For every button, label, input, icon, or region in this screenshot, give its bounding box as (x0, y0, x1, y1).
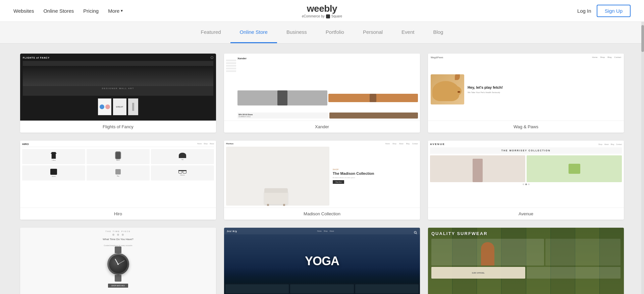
template-card-xander[interactable]: Xander 50% Off All Shoes SUMMER SALE (224, 54, 420, 133)
t5-collection-label: Shop (333, 168, 417, 170)
t9-product-2 (545, 239, 621, 266)
template-card-madison[interactable]: Floritus Home Shop About Blog Contact (224, 141, 420, 220)
scrollbar[interactable] (641, 22, 644, 294)
signup-button[interactable]: Sign Up (597, 5, 631, 17)
template-name-wag-paws: Wag & Paws (428, 121, 624, 133)
t4-bag-icon (115, 169, 121, 174)
template-name-hiro: Hiro (20, 208, 216, 220)
t9-headline: QUALITY SURFWEAR (431, 231, 621, 236)
templates-area: FLIGHTS of FANCY DESIGNER WALL ART (0, 44, 644, 294)
t5-title: The Madison Collection (333, 171, 417, 176)
t1-dot-blue (100, 104, 104, 109)
t6-products (430, 155, 622, 182)
t5-sofa-leg-right (283, 204, 285, 206)
tab-event[interactable]: Event (392, 22, 424, 43)
t2-sidebar-item (226, 65, 236, 67)
template-preview-flights-fancy: FLIGHTS of FANCY DESIGNER WALL ART (20, 54, 216, 121)
template-card-yoga[interactable]: Jes'Aly Home Shop About (224, 228, 420, 294)
t8-yoga-container: YOGA (305, 256, 339, 267)
t2-bag-shape (370, 94, 376, 102)
t7-band-top (115, 246, 121, 253)
t8-nav: Jes'Aly Home Shop About (224, 228, 420, 234)
t2-sidebar (226, 56, 236, 119)
t9-person-silhouette (481, 242, 494, 266)
t4-product-watch: Watch (87, 149, 150, 164)
t2-sidebar-item (226, 62, 236, 64)
t4-watch-label: Watch (116, 159, 120, 161)
template-card-flights-fancy[interactable]: FLIGHTS of FANCY DESIGNER WALL ART (20, 54, 216, 133)
t4-nav: HIRO Home Shop About (22, 143, 214, 147)
template-preview-surf: QUALITY SURFWEAR SURF APPAREL (428, 228, 624, 294)
template-card-surf[interactable]: QUALITY SURFWEAR SURF APPAREL (428, 228, 624, 294)
t3-nav-link3: Blog (607, 56, 611, 59)
t4-jacket-label: Jacket (52, 175, 56, 177)
template-card-avenue[interactable]: AVENUE Shop About Blog Contact THE MORRI… (428, 141, 624, 220)
t2-sale-sub: SUMMER SALE (238, 116, 327, 118)
main-nav: Websites Online Stores Pricing More (13, 8, 123, 14)
logo-text: weebly (302, 3, 342, 14)
t4-product-sunglasses: Glasses (151, 165, 214, 180)
login-link[interactable]: Log In (577, 8, 591, 14)
t3-nav-link2: Shop (600, 56, 605, 59)
t5-logo: Floritus (226, 143, 233, 145)
t3-dog-image (431, 74, 464, 104)
svg-point-0 (414, 231, 416, 233)
t4-sunglasses-icon (178, 170, 186, 173)
t2-main: Xander 50% Off All Shoes SUMMER SALE (237, 56, 418, 119)
t3-sub: We Take Your Pet's Health Seriously (468, 91, 621, 93)
t9-product-label: SURF APPAREL (472, 272, 485, 274)
t5-sofa-shape (264, 191, 288, 204)
nav-more[interactable]: More (108, 8, 123, 14)
t6-nav-link4: Contact (616, 143, 622, 145)
tab-personal[interactable]: Personal (354, 22, 392, 43)
t9-product-4 (527, 267, 621, 279)
t8-product-1 (225, 284, 289, 293)
t6-nav-link3: Blog (611, 143, 614, 145)
tab-blog[interactable]: Blog (424, 22, 452, 43)
t6-bag-shape (569, 164, 580, 174)
t7-cta-button[interactable]: SHOP WATCHES (108, 284, 128, 288)
template-preview-wag-paws: Wag&Paws Home Shop Blog Contact (428, 54, 624, 121)
t7-tagline: What Time Do You Have? (103, 238, 133, 241)
templates-grid: FLIGHTS of FANCY DESIGNER WALL ART (20, 54, 624, 294)
t1-products: GREAT (23, 96, 213, 118)
t5-nav-about: About (399, 143, 404, 145)
t4-product-tshirt: T-Shirt (22, 149, 85, 164)
tab-portfolio[interactable]: Portfolio (316, 22, 354, 43)
t3-dog-ear (455, 74, 460, 80)
tab-business[interactable]: Business (277, 22, 316, 43)
t6-collection-name: THE MORRISEY COLLECTION (432, 149, 620, 152)
t1-hero-text: DESIGNER WALL ART (102, 87, 134, 89)
square-logo-icon (326, 14, 330, 18)
t4-lens-right (183, 171, 186, 174)
t6-nav-links: Shop About Blog Contact (598, 143, 622, 145)
t2-bag-image (328, 94, 418, 102)
template-card-wag-paws[interactable]: Wag&Paws Home Shop Blog Contact (428, 54, 624, 133)
t1-hero: DESIGNER WALL ART (23, 61, 213, 96)
nav-pricing[interactable]: Pricing (83, 8, 99, 14)
t5-nav: Floritus Home Shop About Blog Contact (226, 143, 418, 145)
t5-cta-button[interactable]: Shop Now (333, 180, 344, 184)
nav-online-stores[interactable]: Online Stores (43, 8, 74, 14)
t7-band-bottom (115, 275, 121, 282)
t6-dot-3 (528, 183, 530, 185)
template-card-hiro[interactable]: HIRO Home Shop About T-Shirt (20, 141, 216, 220)
t8-product-2 (290, 284, 354, 293)
t4-watch-icon (116, 152, 120, 159)
logo-sub: eCommerce by Square (302, 14, 342, 18)
t9-products (431, 239, 621, 266)
nav-websites[interactable]: Websites (13, 8, 34, 14)
t6-logo: AVENUE (430, 143, 445, 146)
template-card-time-piece[interactable]: THE TIME PIECE What Time Do You Have? Cu… (20, 228, 216, 294)
tab-featured[interactable]: Featured (192, 22, 230, 43)
tab-online-store[interactable]: Online Store (230, 22, 277, 43)
t3-logo: Wag&Paws (431, 56, 443, 59)
t1-product-2: GREAT (113, 98, 126, 115)
header: Websites Online Stores Pricing More weeb… (0, 0, 644, 22)
t4-bag-label: Bag (117, 175, 119, 177)
scroll-thumb[interactable] (641, 25, 644, 52)
t9-product-3: SURF APPAREL (431, 267, 525, 279)
t7-watch-container (107, 246, 129, 282)
t8-nav-links: Home Shop About (317, 230, 334, 232)
t9-product-1 (431, 239, 544, 266)
